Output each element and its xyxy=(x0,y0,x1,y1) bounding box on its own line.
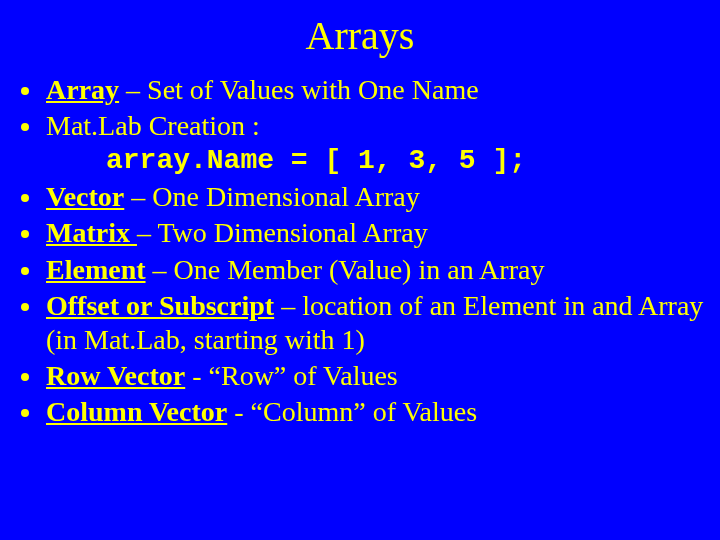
term: Row Vector xyxy=(46,360,185,391)
term: Element xyxy=(46,254,146,285)
definition: - “Column” of Values xyxy=(227,396,477,427)
slide: Arrays Array – Set of Values with One Na… xyxy=(0,0,720,540)
list-item: Column Vector - “Column” of Values xyxy=(44,395,706,429)
definition: – One Member (Value) in an Array xyxy=(146,254,545,285)
page-title: Arrays xyxy=(14,12,706,59)
definition: – Set of Values with One Name xyxy=(119,74,479,105)
plain-text: Mat.Lab Creation : xyxy=(46,110,260,141)
code-line: array.Name = [ 1, 3, 5 ]; xyxy=(106,143,706,178)
list-item: Matrix – Two Dimensional Array xyxy=(44,216,706,250)
term: Matrix xyxy=(46,217,137,248)
term: Column Vector xyxy=(46,396,227,427)
list-item: Offset or Subscript – location of an Ele… xyxy=(44,289,706,357)
term: Array xyxy=(46,74,119,105)
list-item: Mat.Lab Creation : array.Name = [ 1, 3, … xyxy=(44,109,706,178)
list-item: Vector – One Dimensional Array xyxy=(44,180,706,214)
term: Offset or Subscript xyxy=(46,290,274,321)
definition: – One Dimensional Array xyxy=(124,181,420,212)
list-item: Array – Set of Values with One Name xyxy=(44,73,706,107)
definition: - “Row” of Values xyxy=(185,360,398,391)
term: Vector xyxy=(46,181,124,212)
definition: – Two Dimensional Array xyxy=(137,217,428,248)
bullet-list: Array – Set of Values with One Name Mat.… xyxy=(14,73,706,429)
list-item: Element – One Member (Value) in an Array xyxy=(44,253,706,287)
list-item: Row Vector - “Row” of Values xyxy=(44,359,706,393)
